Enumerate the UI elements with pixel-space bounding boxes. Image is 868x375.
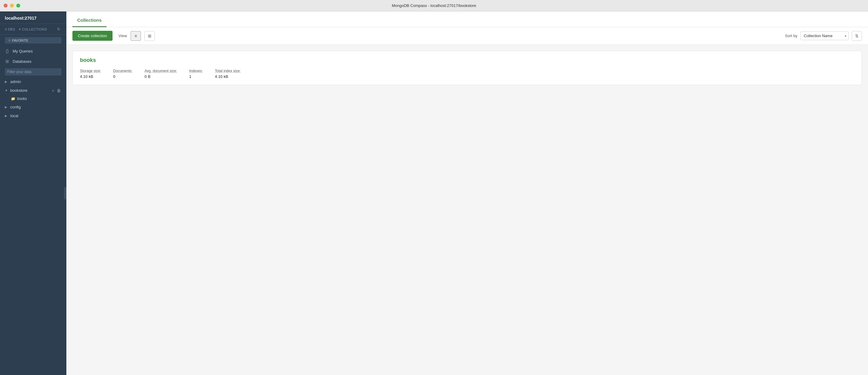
stat-storage-value: 4.10 kB xyxy=(80,74,101,79)
titlebar: MongoDB Compass - localhost:27017/bookst… xyxy=(0,0,868,11)
maximize-button[interactable] xyxy=(16,4,20,7)
collection-card-books[interactable]: books Storage size: 4.10 kB Documents: 0… xyxy=(72,51,862,85)
stat-storage-size: Storage size: 4.10 kB xyxy=(80,69,101,79)
sidebar-host[interactable]: localhost:27017 xyxy=(0,11,66,24)
tab-collections[interactable]: Collections xyxy=(72,18,106,27)
list-icon: ≡ xyxy=(134,33,137,38)
view-label: View xyxy=(119,33,127,38)
close-button[interactable] xyxy=(4,4,7,7)
sort-select[interactable]: Collection Name Storage Size Documents A… xyxy=(800,31,849,40)
filter-input[interactable] xyxy=(5,68,62,76)
chevron-down-icon: ▼ xyxy=(5,89,8,92)
stat-storage-label: Storage size: xyxy=(80,69,101,73)
minimize-button[interactable] xyxy=(10,4,14,7)
sidebar-meta: 4 DBS 4 COLLECTIONS ↻ xyxy=(0,24,66,35)
stat-documents-label: Documents: xyxy=(113,69,132,73)
stat-avg-doc-size: Avg. document size: 0 B xyxy=(145,69,177,79)
stat-avg-doc-value: 0 B xyxy=(145,74,177,79)
dbs-count: 4 DBS xyxy=(5,27,15,31)
stat-indexes-label: Indexes: xyxy=(189,69,203,73)
grid-icon: ⊞ xyxy=(148,33,151,38)
sidebar-item-label: My Queries xyxy=(13,49,33,53)
sidebar: localhost:27017 4 DBS 4 COLLECTIONS ↻ ☆ … xyxy=(0,11,66,375)
queries-icon: {} xyxy=(5,49,10,53)
favorite-button[interactable]: ☆ FAVORITE xyxy=(5,37,62,44)
sort-by-label: Sort by xyxy=(785,33,797,38)
db-header-local[interactable]: ▶ local xyxy=(0,111,66,120)
stat-avg-doc-label: Avg. document size: xyxy=(145,69,177,73)
chevron-right-icon: ▶ xyxy=(5,114,8,117)
sort-direction-button[interactable]: ⇅ xyxy=(852,31,862,41)
create-collection-button[interactable]: Create collection xyxy=(72,31,113,41)
db-item-bookstore[interactable]: ▼ bookstore + 🗑 📁 books xyxy=(0,86,66,103)
stat-total-index-label: Total index size: xyxy=(215,69,241,73)
db-header-admin[interactable]: ▶ admin xyxy=(0,77,66,86)
sort-by-section: Sort by Collection Name Storage Size Doc… xyxy=(785,31,862,41)
db-header-bookstore[interactable]: ▼ bookstore + 🗑 xyxy=(0,86,66,95)
sort-direction-icon: ⇅ xyxy=(855,33,859,38)
stat-indexes-value: 1 xyxy=(189,74,203,79)
chevron-right-icon: ▶ xyxy=(5,80,8,83)
collections-count: 4 COLLECTIONS xyxy=(19,27,47,31)
stat-total-index-value: 4.10 kB xyxy=(215,74,241,79)
collection-item-books[interactable]: 📁 books xyxy=(0,95,66,103)
sort-select-wrapper: Collection Name Storage Size Documents A… xyxy=(800,31,849,40)
sidebar-item-label: Databases xyxy=(13,59,31,64)
db-name-bookstore: bookstore xyxy=(10,88,50,93)
sidebar-item-my-queries[interactable]: {} My Queries xyxy=(0,46,66,56)
main-content: Collections Create collection View ≡ ⊞ S… xyxy=(66,11,868,375)
collections-content: books Storage size: 4.10 kB Documents: 0… xyxy=(66,45,868,375)
chevron-right-icon: ▶ xyxy=(5,105,8,109)
window-controls xyxy=(4,4,20,7)
db-item-local[interactable]: ▶ local xyxy=(0,111,66,120)
refresh-button[interactable]: ↻ xyxy=(56,26,62,32)
db-name-config: config xyxy=(10,105,62,109)
stat-documents-value: 0 xyxy=(113,74,132,79)
collection-folder-icon: 📁 xyxy=(11,97,16,101)
sidebar-filter xyxy=(0,66,66,77)
main-toolbar: Create collection View ≡ ⊞ Sort by Colle… xyxy=(66,27,868,45)
db-actions-bookstore: + 🗑 xyxy=(51,88,62,93)
add-collection-button[interactable]: + xyxy=(51,88,55,93)
db-header-config[interactable]: ▶ config xyxy=(0,103,66,111)
db-name-admin: admin xyxy=(10,79,62,84)
star-icon: ☆ xyxy=(8,38,11,42)
collection-card-name-books: books xyxy=(80,57,855,63)
list-view-button[interactable]: ≡ xyxy=(131,31,141,41)
collection-name-books: books xyxy=(17,97,27,101)
favorite-label: FAVORITE xyxy=(12,39,28,42)
db-name-local: local xyxy=(10,114,62,118)
main-tabs: Collections xyxy=(66,11,868,27)
grid-view-button[interactable]: ⊞ xyxy=(145,31,155,41)
collapse-sidebar-handle[interactable]: ‹ xyxy=(64,187,66,199)
sidebar-meta-counts: 4 DBS 4 COLLECTIONS xyxy=(5,27,53,31)
app-body: localhost:27017 4 DBS 4 COLLECTIONS ↻ ☆ … xyxy=(0,11,868,375)
db-item-config[interactable]: ▶ config xyxy=(0,103,66,111)
stat-indexes: Indexes: 1 xyxy=(189,69,203,79)
window-title: MongoDB Compass - localhost:27017/bookst… xyxy=(392,3,476,8)
collection-stats-books: Storage size: 4.10 kB Documents: 0 Avg. … xyxy=(80,69,855,79)
delete-db-button[interactable]: 🗑 xyxy=(56,88,62,93)
db-item-admin[interactable]: ▶ admin xyxy=(0,77,66,86)
stat-documents: Documents: 0 xyxy=(113,69,132,79)
stat-total-index-size: Total index size: 4.10 kB xyxy=(215,69,241,79)
sidebar-item-databases[interactable]: ⊞ Databases xyxy=(0,56,66,66)
databases-icon: ⊞ xyxy=(5,59,10,64)
